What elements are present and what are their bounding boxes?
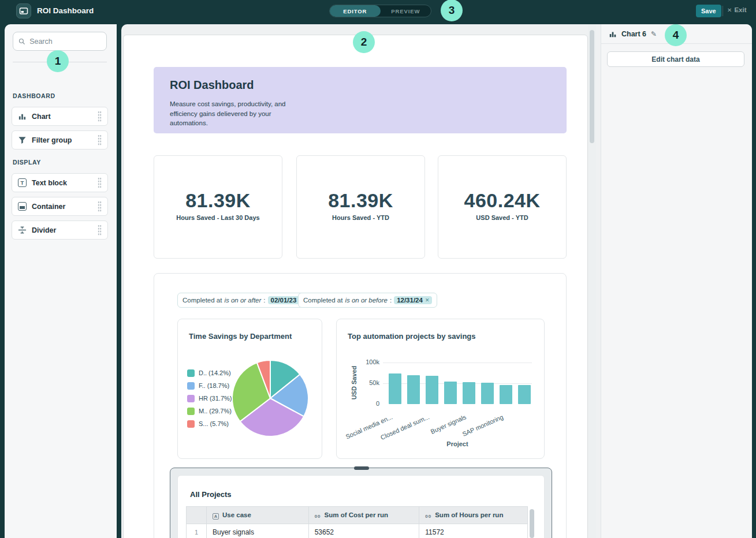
filter-icon [18,136,27,144]
filter-value: 02/01/23 [271,297,297,304]
remove-filter-icon[interactable]: ✕ [425,297,430,303]
divider-icon [18,226,27,234]
stat-label: Hours Saved - Last 30 Days [154,214,282,221]
table-title: All Projects [190,490,232,499]
legend-item: F.. (18.7%) [187,379,232,392]
bar-chart-icon [18,112,27,121]
hero-description: Measure cost savings, productivity, and … [170,99,300,128]
legend-swatch [187,395,195,402]
legend-item: M.. (29.7%) [187,405,232,417]
search-icon [18,38,25,46]
sidebar-item-divider[interactable]: Divider [12,221,108,240]
filter-colon: : [263,297,265,304]
edit-pencil-icon[interactable]: ✎ [651,30,657,38]
inspector-panel: Chart 6 ✎ Edit chart data [601,24,752,538]
column-header-use-case[interactable]: AUse case [206,507,308,524]
dashboard-canvas: ROI Dashboard Measure cost savings, prod… [123,35,588,538]
sidebar-item-label: Container [32,203,92,211]
table-scrollbar[interactable] [530,509,534,538]
legend-swatch [187,408,195,415]
app-logo-icon [16,3,31,18]
filter-operator: is on or before [345,297,388,304]
container-icon [18,202,27,211]
table-card: All Projects AUse case 00Sum of Cost per… [177,475,545,538]
column-header-hours[interactable]: 00Sum of Hours per run [419,507,528,524]
stat-value: 81.39K [154,189,282,212]
sidebar-item-chart[interactable]: Chart [12,107,108,126]
drag-handle[interactable] [98,201,102,212]
legend-label: S... (5.7%) [199,420,229,427]
number-field-icon: 00 [315,514,321,519]
pie-legend: D.. (14.2%)F.. (18.7%)HR (31.7%)M.. (29.… [187,367,232,430]
topbar-divider [723,6,723,16]
edit-chart-data-button[interactable]: Edit chart data [607,51,744,67]
pie-chart-card[interactable]: Time Savings by Department D.. (14.2%)F.… [177,319,322,459]
cell-use-case: Buyer signals [206,524,308,538]
filter-group-container: Completed at is on or after : 02/01/23 ✕… [154,273,567,538]
filter-field: Completed at [183,297,222,304]
section-label-dashboard: DASHBOARD [13,92,55,99]
hero-title: ROI Dashboard [170,79,254,92]
selected-table-container[interactable]: All Projects AUse case 00Sum of Cost per… [170,468,552,538]
legend-swatch [187,420,195,428]
stat-label: USD Saved - YTD [438,214,566,221]
drag-handle[interactable] [98,111,102,122]
sidebar-item-label: Filter group [32,136,92,144]
sidebar-item-label: Divider [32,226,92,234]
filter-chip[interactable]: Completed at is on or before : 12/31/24 … [298,293,437,308]
stat-card[interactable]: 460.24K USD Saved - YTD [438,155,567,259]
row-number: 1 [187,524,207,538]
pie-chart [230,358,311,439]
filter-field: Completed at [303,297,342,304]
sidebar-item-container[interactable]: Container [12,197,108,216]
tab-editor[interactable]: EDITOR [330,5,381,17]
save-button[interactable]: Save [696,5,721,17]
inspector-title: Chart 6 [621,30,646,38]
filter-colon: : [390,297,392,304]
text-block-icon: T [18,178,27,187]
cell-cost: 53652 [308,524,419,538]
legend-swatch [187,369,195,377]
stat-label: Hours Saved - YTD [297,214,424,221]
column-header-cost[interactable]: 00Sum of Cost per run [308,507,419,524]
filter-chip[interactable]: Completed at is on or after : 02/01/23 ✕ [177,293,311,308]
cell-hours: 11572 [419,524,528,538]
section-label-display: DISPLAY [13,159,41,166]
drag-handle[interactable] [354,466,369,470]
number-field-icon: 00 [425,514,431,519]
search-input[interactable] [29,38,101,46]
x-tick-labels: Social media en...Closed deal sum...Buye… [337,319,544,458]
table-row[interactable]: 1 Buyer signals 53652 11572 [187,524,528,538]
dashboard-hero-block[interactable]: ROI Dashboard Measure cost savings, prod… [154,67,567,133]
filter-operator: is on or after [224,297,261,304]
sidebar-item-text-block[interactable]: T Text block [12,173,108,192]
legend-item: D.. (14.2%) [187,367,232,379]
x-axis-label: Project [383,440,532,447]
filter-value: 12/31/24 [397,297,423,304]
stat-value: 460.24K [438,189,566,212]
stat-card[interactable]: 81.39K Hours Saved - YTD [296,155,425,259]
x-tick-label: SAP monitoring [461,413,504,438]
drag-handle[interactable] [98,177,102,188]
sidebar-item-filter-group[interactable]: Filter group [12,130,108,150]
text-field-icon: A [213,513,219,520]
editor-main-area: ROI Dashboard Measure cost savings, prod… [121,24,752,538]
top-bar: ROI Dashboard EDITOR PREVIEW Save ✕ Exit [0,0,756,22]
chart-title: Time Savings by Department [189,332,292,341]
legend-label: HR (31.7%) [199,395,232,402]
legend-label: D.. (14.2%) [199,369,231,376]
canvas-scrollbar-thumb[interactable] [590,30,594,143]
drag-handle[interactable] [98,225,102,236]
bar-chart-card[interactable]: Top automation projects by savings USD S… [336,319,545,459]
exit-button[interactable]: ✕ Exit [727,6,746,13]
tab-preview[interactable]: PREVIEW [381,5,431,17]
bar-chart-icon [609,30,617,38]
exit-label: Exit [734,6,746,13]
mode-toggle: EDITOR PREVIEW [329,5,431,17]
legend-item: HR (31.7%) [187,392,232,405]
stat-card[interactable]: 81.39K Hours Saved - Last 30 Days [154,155,282,259]
drag-handle[interactable] [98,134,102,145]
legend-item: S... (5.7%) [187,417,232,430]
callout-badge-1: 1 [47,50,69,72]
legend-label: M.. (29.7%) [199,408,232,414]
